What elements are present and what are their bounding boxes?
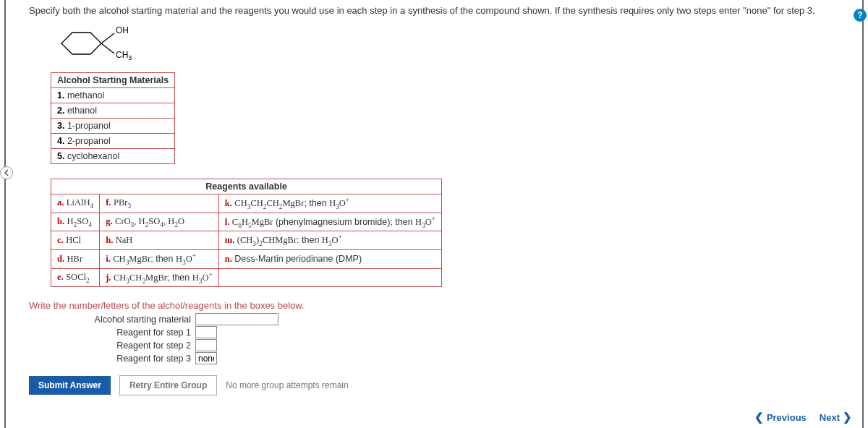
svg-line-1 (101, 33, 114, 43)
help-icon[interactable]: ? (854, 9, 867, 22)
submit-answer-button[interactable]: Submit Answer (29, 376, 111, 395)
molecule-structure: OH CH3 (51, 22, 854, 65)
svg-marker-0 (61, 33, 101, 54)
button-row: Submit Answer Retry Entire Group No more… (29, 375, 854, 395)
table-row: 3. 1-propanol (51, 119, 175, 134)
step2-label: Reagent for step 2 (87, 341, 195, 351)
starting-materials-table: Alcohol Starting Materials 1. methanol 2… (51, 72, 175, 164)
question-content: Specify both the alcohol starting materi… (0, 0, 868, 395)
table-row: e. SOCl2 j. CH3CH2MgBr; then H3O+ (51, 268, 442, 287)
nav-footer: ❮ Previous Next ❯ (754, 411, 852, 424)
table-row: 1. methanol (51, 88, 175, 103)
chevron-right-icon: ❯ (843, 411, 852, 424)
table-row: 4. 2-propanol (51, 134, 175, 149)
table-row: 5. cyclohexanol (51, 149, 175, 164)
answer-instruction: Write the number/letters of the alchol/r… (29, 300, 854, 311)
right-frame-border (862, 0, 868, 428)
table-row: a. LiAlH4 f. PBr3 k. CH3CH2CH2MgBr; then… (51, 194, 442, 213)
svg-text:CH3: CH3 (116, 50, 132, 61)
step2-input[interactable] (195, 339, 217, 351)
reagents-table: Reagents available a. LiAlH4 f. PBr3 k. … (51, 179, 442, 287)
previous-button[interactable]: ❮ Previous (754, 411, 807, 424)
table-row: d. HBr i. CH3MgBr; then H3O+ n. Dess-Mar… (51, 249, 442, 268)
chevron-left-icon: ❮ (754, 411, 764, 424)
table-row: c. HCl h. NaH m. (CH3)2CHMgBr: then H3O+ (51, 231, 442, 250)
materials-header: Alcohol Starting Materials (51, 73, 175, 88)
step1-label: Reagent for step 1 (87, 328, 195, 338)
question-prompt: Specify both the alcohol starting materi… (29, 5, 854, 16)
step3-label: Reagent for step 3 (87, 354, 195, 364)
starting-material-input[interactable] (195, 313, 278, 325)
reagents-header: Reagents available (51, 179, 442, 194)
collapse-left-icon[interactable] (0, 166, 13, 179)
answer-inputs: Alcohol starting material Reagent for st… (87, 313, 854, 364)
svg-text:OH: OH (116, 25, 129, 35)
step3-input[interactable] (195, 352, 217, 364)
table-row: 2. ethanol (51, 103, 175, 119)
retry-group-button[interactable]: Retry Entire Group (119, 375, 217, 395)
left-frame-border (0, 0, 6, 428)
attempts-remaining-text: No more group attempts remain (226, 380, 348, 390)
next-button[interactable]: Next ❯ (820, 411, 852, 424)
svg-line-2 (101, 43, 114, 54)
step1-input[interactable] (195, 326, 217, 338)
starting-material-label: Alcohol starting material (87, 314, 195, 325)
table-row: b. H2SO4 g. CrO3, H2SO4, H2O l. C6H5MgBr… (51, 213, 442, 231)
